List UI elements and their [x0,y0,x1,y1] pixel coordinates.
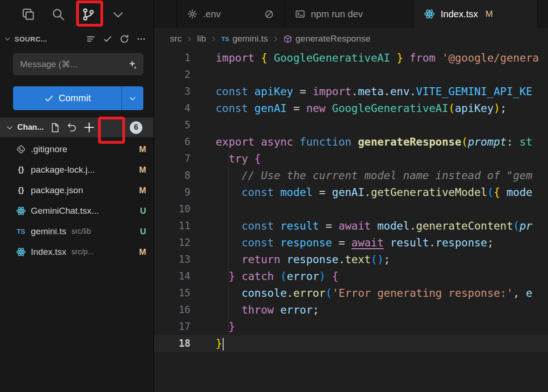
react-icon [15,206,27,216]
code-token: e [526,287,533,299]
code-token: ; [500,102,506,114]
changes-label: Chan... [17,123,44,132]
discard-icon [66,122,77,133]
terminal-icon [295,9,305,19]
commit-message-input[interactable]: Message (⌘... [13,53,143,75]
discard-button[interactable] [66,122,77,133]
code-editor[interactable]: 1import { GoogleGenerativeAI } from '@go… [154,49,548,352]
check-icon [103,34,112,44]
code-token: result [390,237,429,249]
file-name: .gitignore [31,144,67,154]
code-line[interactable]: 18} [154,335,548,352]
slash-circle-icon[interactable] [264,9,274,19]
code-token [235,270,242,282]
editor-tab[interactable]: npm run dev [285,0,414,28]
line-number: 16 [154,301,190,318]
code-token: = [319,220,339,232]
code-token: error [293,287,325,299]
code-token: { [494,186,500,198]
editor-tab[interactable]: Index.tsxM [414,0,538,28]
activity-chevron-down-button[interactable] [111,7,125,21]
code-token: { [254,153,261,165]
scm-file-row[interactable]: {}package.jsonM [0,180,154,201]
breadcrumb-item[interactable]: src [170,34,182,44]
code-token [216,169,241,182]
file-status-badge: M [139,186,146,196]
code-token: const [216,85,248,98]
code-line[interactable]: 3const apiKey = import.meta.env.VITE_GEM… [154,83,548,100]
code-token: response [436,237,487,249]
check-button[interactable] [103,34,112,44]
code-line[interactable]: 9 const model = genAI.getGenerativeModel… [154,184,548,201]
breadcrumb-item[interactable]: TSgemini.ts [221,34,268,44]
code-line[interactable]: 5 [154,117,548,133]
code-token [216,287,241,299]
code-lines: 1import { GoogleGenerativeAI } from '@go… [154,49,548,352]
open-file-button[interactable] [49,122,60,133]
breadcrumb-item[interactable]: generateResponse [283,34,371,44]
code-line[interactable]: 2 [154,66,548,83]
editor-tab[interactable]: .env [176,0,285,28]
commit-button[interactable]: Commit [13,86,121,110]
code-line[interactable]: 13 return response.text(); [154,251,548,268]
activity-search-button[interactable] [51,7,65,21]
code-token: genAI [254,102,287,114]
code-token: , [513,287,526,299]
more-button[interactable] [136,34,146,44]
code-line[interactable]: 17 } [154,318,548,335]
list-filter-button[interactable] [86,34,96,44]
react-icon [424,8,435,20]
activity-files-button[interactable] [21,7,35,21]
code-line[interactable]: 4const genAI = new GoogleGenerativeAI(ap… [154,100,548,117]
code-token [216,153,229,165]
changes-section-header[interactable]: Chan... 6 [0,118,154,137]
code-line[interactable]: 14 } catch (error) { [154,268,548,285]
code-line[interactable]: 10 [154,201,548,217]
code-token [216,270,229,282]
section-collapse-chevron-icon[interactable] [4,35,11,42]
code-line[interactable]: 12 const response = await result.respons… [154,234,548,251]
code-token: . [429,237,436,249]
activity-source-control-button[interactable] [81,7,95,21]
generate-commit-message-button[interactable] [127,59,137,70]
line-number: 11 [154,217,190,234]
code-token [280,253,287,266]
code-line[interactable]: 8 // Use the current model name instead … [154,167,548,184]
scm-file-row[interactable]: GeminiChat.tsx...U [0,201,154,221]
code-token: ( [449,102,455,114]
file-name: gemini.ts [31,226,66,237]
code-token: export [216,136,254,148]
breadcrumb-item[interactable]: lib [197,34,206,44]
react-icon [16,206,26,216]
gear-icon [187,9,197,19]
code-line[interactable]: 16 throw error; [154,301,548,318]
code-line[interactable]: 1import { GoogleGenerativeAI } from '@go… [154,49,548,66]
code-token: apiKey [254,85,293,98]
code-line[interactable]: 15 console.error('Error generating respo… [154,285,548,301]
commit-dropdown-button[interactable] [122,86,143,110]
code-token: ; [313,304,319,316]
scm-file-row[interactable]: .gitignoreM [0,139,154,160]
code-line[interactable]: 7 try { [154,150,548,167]
tab-bar: .envnpm run devIndex.tsxM [154,0,548,28]
code-token: = [313,186,332,198]
code-token [325,102,332,114]
code-token [293,136,300,148]
line-number: 6 [154,133,190,150]
code-token [216,321,229,333]
code-token: = [332,237,351,249]
scm-file-row[interactable]: Index.tsxsrc/p...M [0,242,154,262]
code-line[interactable]: 6export async function generateResponse(… [154,133,548,150]
scm-file-row[interactable]: TSgemini.tssrc/libU [0,221,154,242]
line-content: } catch (error) { [190,268,338,285]
breadcrumb-label: gemini.ts [232,34,268,44]
file-path: src/p... [71,248,94,256]
scm-file-row[interactable]: {}package-lock.j...M [0,160,154,180]
code-token: prompt [468,136,506,148]
source-control-icon [81,7,95,21]
code-token [351,136,358,148]
refresh-button[interactable] [119,34,129,44]
code-line[interactable]: 11 const result = await model.generateCo… [154,217,548,234]
code-token [274,186,281,198]
plus-button[interactable] [83,121,95,133]
